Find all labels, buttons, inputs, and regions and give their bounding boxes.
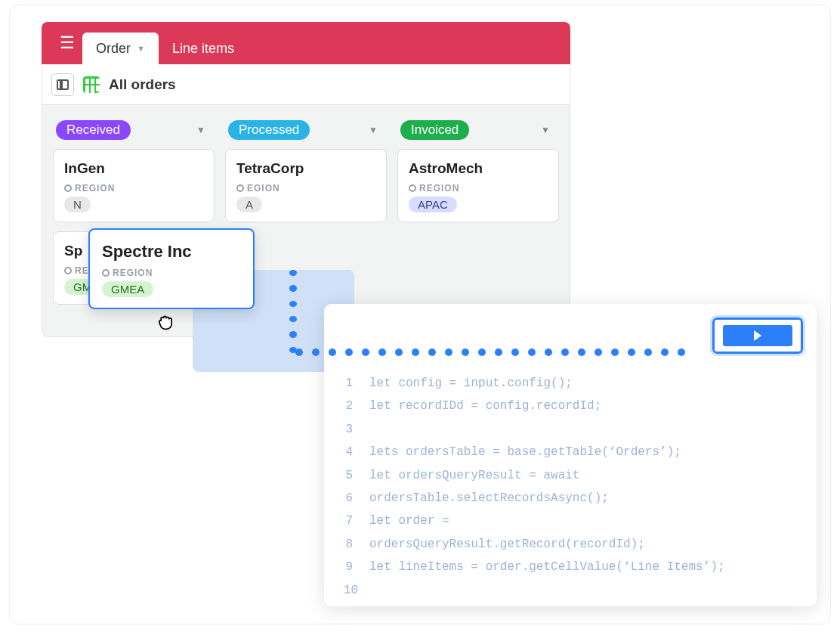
select-icon xyxy=(236,184,244,192)
column-label: Invoiced xyxy=(400,120,469,140)
run-button[interactable] xyxy=(712,318,803,354)
card-title: Spectre Inc xyxy=(102,242,241,262)
region-field-label: REGION xyxy=(102,268,241,278)
column-menu-icon[interactable]: ▼ xyxy=(190,122,212,138)
grab-cursor-icon xyxy=(155,311,176,337)
board-icon xyxy=(83,76,100,93)
region-badge: N xyxy=(64,197,91,212)
column-label: Processed xyxy=(228,120,310,140)
card[interactable]: InGen REGION N xyxy=(53,149,215,222)
region-badge: A xyxy=(236,197,262,212)
view-title: All orders xyxy=(109,76,176,93)
top-bar: ☰ Order ▼ Line items xyxy=(42,22,570,64)
select-icon xyxy=(64,267,72,274)
drag-trail-horizontal xyxy=(295,348,685,356)
tab-order-label: Order xyxy=(96,41,131,57)
column-menu-icon[interactable]: ▼ xyxy=(363,122,384,138)
tab-order[interactable]: Order ▼ xyxy=(82,33,159,64)
region-field-label: REGION xyxy=(409,183,548,194)
dragging-card[interactable]: Spectre Inc REGION GMEA xyxy=(88,228,255,309)
tab-line-items-label: Line items xyxy=(172,41,234,57)
select-icon xyxy=(64,184,72,192)
chevron-down-icon: ▼ xyxy=(137,44,145,53)
code-body[interactable]: 1let config = input.config();2let record… xyxy=(324,319,817,617)
column-menu-icon[interactable]: ▼ xyxy=(535,122,556,138)
card[interactable]: TetraCorp EGION A xyxy=(225,149,387,222)
region-badge: APAC xyxy=(409,197,457,212)
sidebar-icon xyxy=(57,79,69,90)
select-icon xyxy=(409,184,416,192)
select-icon xyxy=(102,269,110,277)
column-invoiced: Invoiced ▼ AstroMech REGION APAC xyxy=(397,116,559,314)
card-title: AstroMech xyxy=(409,160,548,177)
column-label: Received xyxy=(56,120,131,140)
drag-trail xyxy=(259,270,327,353)
play-icon xyxy=(754,330,761,341)
region-badge: GMEA xyxy=(102,281,153,297)
card[interactable]: AstroMech REGION APAC xyxy=(397,149,559,222)
sidebar-toggle[interactable] xyxy=(51,73,74,96)
card-title: InGen xyxy=(64,160,203,177)
card-title: TetraCorp xyxy=(236,160,375,177)
region-field-label: REGION xyxy=(64,183,203,194)
region-field-label: EGION xyxy=(236,183,375,194)
tab-line-items[interactable]: Line items xyxy=(159,33,248,64)
hamburger-icon[interactable]: ☰ xyxy=(52,29,82,57)
view-bar: All orders xyxy=(42,64,570,105)
